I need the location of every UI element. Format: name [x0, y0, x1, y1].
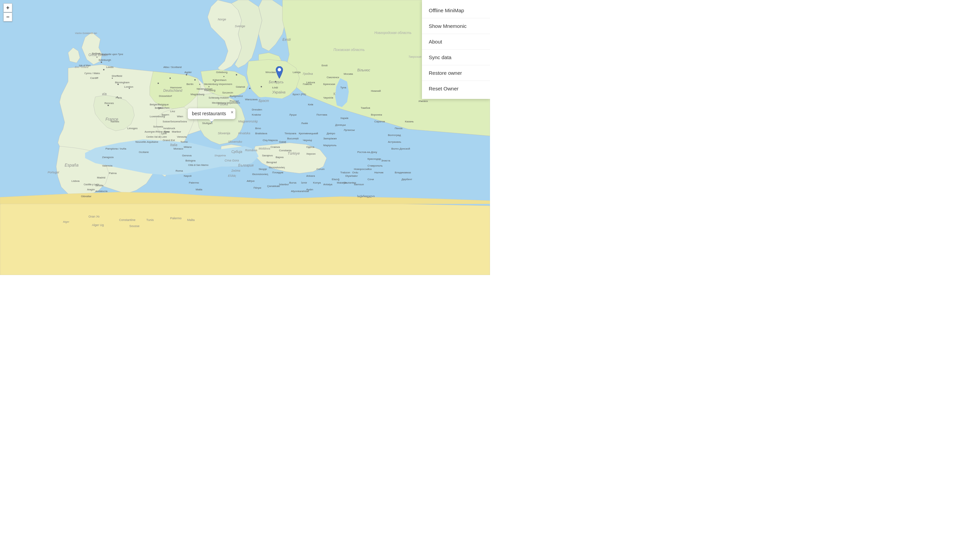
- svg-text:България: България: [238, 163, 254, 167]
- svg-text:Napoli: Napoli: [184, 174, 192, 178]
- svg-text:Città di San Marino: Città di San Marino: [188, 164, 208, 166]
- svg-text:Lisboa: Lisboa: [72, 179, 80, 182]
- svg-point-40: [103, 69, 105, 70]
- svg-text:Innsbruck: Innsbruck: [163, 127, 176, 130]
- svg-text:Madrid: Madrid: [97, 176, 105, 179]
- svg-text:Sarajevo: Sarajevo: [262, 154, 273, 157]
- svg-text:Elazığ: Elazığ: [332, 178, 339, 181]
- svg-text:Волгоград: Волгоград: [388, 133, 401, 137]
- svg-text:Астрахань: Астрахань: [388, 140, 401, 143]
- menu-item-restore-owner[interactable]: Restore owner: [422, 65, 490, 81]
- menu-item-reset-owner[interactable]: Reset Owner: [422, 81, 490, 96]
- svg-text:Galați: Galați: [279, 140, 286, 143]
- svg-text:Schweiz: Schweiz: [153, 125, 163, 128]
- svg-text:Bydgoszcz: Bydgoszcz: [230, 95, 243, 98]
- svg-text:Україна: Україна: [272, 90, 285, 94]
- svg-text:Brno: Brno: [255, 127, 261, 130]
- svg-text:Warszawa: Warszawa: [245, 98, 258, 101]
- menu-item-show-mnemonic[interactable]: Show Mnemonic: [422, 18, 490, 34]
- svg-text:Portugal: Portugal: [48, 171, 60, 174]
- map-svg: Great Britain Éire / Ireland Norge Sveri…: [0, 0, 490, 275]
- svg-text:Gibraltar: Gibraltar: [81, 195, 92, 198]
- svg-text:Torino: Torino: [180, 140, 188, 143]
- svg-text:Limoges: Limoges: [127, 127, 137, 130]
- svg-text:Sverige: Sverige: [235, 24, 245, 28]
- zoom-out-button[interactable]: −: [3, 13, 12, 21]
- svg-text:Crna Gora: Crna Gora: [224, 159, 239, 162]
- svg-text:Konya: Konya: [313, 181, 321, 184]
- svg-text:Ставрополь: Ставрополь: [368, 164, 382, 167]
- svg-text:Одеса: Одеса: [306, 146, 314, 149]
- map-pin-poland[interactable]: [275, 66, 284, 79]
- svg-text:Göteborg: Göteborg: [216, 71, 227, 74]
- menu-item-sync-data[interactable]: Sync data: [422, 50, 490, 65]
- svg-text:România: România: [245, 149, 257, 152]
- menu-item-offline-minimap[interactable]: Offline MiniMap: [422, 3, 490, 18]
- svg-text:Bratislava: Bratislava: [255, 132, 267, 135]
- zoom-controls: + −: [3, 3, 12, 21]
- svg-text:Запоріжжя: Запоріжжя: [323, 137, 337, 140]
- svg-text:Alger: Alger: [63, 220, 69, 223]
- svg-text:Луцьк: Луцьк: [289, 113, 297, 116]
- svg-text:Псковская область: Псковская область: [334, 48, 365, 52]
- popup-close-button[interactable]: ×: [231, 109, 234, 115]
- svg-text:Milano: Milano: [184, 146, 192, 149]
- svg-text:Брэст: Брэст: [259, 99, 269, 103]
- svg-text:Черніці: Черніці: [303, 139, 312, 142]
- svg-text:Луганськ: Луганськ: [344, 128, 355, 132]
- svg-text:Antalya: Antalya: [323, 183, 332, 186]
- svg-text:Харків: Харків: [340, 117, 348, 120]
- svg-text:Aragón: Aragón: [87, 188, 95, 191]
- svg-text:Cardiff: Cardiff: [90, 76, 98, 79]
- svg-text:Deutschland: Deutschland: [163, 89, 182, 92]
- svg-text:Ankara: Ankara: [306, 174, 315, 178]
- svg-text:Constanța: Constanța: [279, 149, 292, 152]
- svg-text:Monaco: Monaco: [173, 147, 183, 150]
- svg-text:Гомель: Гомель: [303, 82, 312, 86]
- svg-text:Dresden: Dresden: [252, 108, 262, 111]
- svg-text:საქართველო: საქართველო: [357, 195, 375, 198]
- svg-point-46: [158, 82, 159, 84]
- svg-text:Ordu: Ordu: [352, 171, 358, 174]
- svg-text:Варна: Варна: [275, 156, 284, 159]
- svg-text:Venezia: Venezia: [177, 135, 187, 138]
- svg-text:Смоленск: Смоленск: [327, 76, 339, 79]
- svg-point-226: [278, 68, 281, 71]
- svg-text:Trabzon: Trabzon: [340, 171, 350, 174]
- svg-text:Valencia: Valencia: [102, 164, 113, 167]
- svg-text:Кропивницький: Кропивницький: [299, 132, 318, 135]
- menu-item-about[interactable]: About: [422, 34, 490, 50]
- svg-text:Херсон: Херсон: [306, 152, 315, 155]
- svg-text:Düsseldorf: Düsseldorf: [159, 95, 172, 98]
- svg-text:Edinburgh: Edinburgh: [99, 59, 111, 62]
- svg-text:Grand Est: Grand Est: [163, 139, 175, 142]
- svg-text:Пловдив: Пловдив: [272, 171, 283, 174]
- svg-text:Centre-Val de Loire: Centre-Val de Loire: [146, 136, 167, 138]
- svg-text:Magdeburg: Magdeburg: [191, 93, 204, 96]
- svg-text:Linz: Linz: [170, 110, 175, 113]
- svg-text:Sheffield: Sheffield: [111, 74, 122, 78]
- svg-text:Cymru / Wales: Cymru / Wales: [84, 72, 100, 75]
- svg-text:Moldova: Moldova: [259, 147, 270, 150]
- svg-point-48: [186, 74, 187, 76]
- svg-text:Kraków: Kraków: [252, 113, 261, 116]
- svg-text:Маріуполь: Маріуполь: [323, 144, 337, 147]
- svg-point-56: [261, 86, 262, 87]
- svg-text:Birmingham: Birmingham: [115, 81, 130, 84]
- svg-text:Πάτρα: Πάτρα: [253, 186, 261, 189]
- svg-text:İzmir: İzmir: [301, 181, 307, 184]
- svg-text:Тверская: Тверская: [408, 55, 421, 59]
- svg-text:Казань: Казань: [405, 120, 414, 123]
- svg-text:Ελλάς: Ελλάς: [228, 174, 237, 178]
- svg-text:Київ: Київ: [308, 103, 313, 106]
- svg-text:Αθήνα: Αθήνα: [247, 179, 255, 182]
- map-container[interactable]: Great Britain Éire / Ireland Norge Sveri…: [0, 0, 490, 275]
- svg-text:Alger Ug: Alger Ug: [92, 223, 104, 227]
- svg-text:Cluj-Napoca: Cluj-Napoca: [263, 139, 278, 142]
- svg-text:Москва: Москва: [344, 72, 353, 76]
- zoom-in-button[interactable]: +: [3, 3, 12, 12]
- svg-text:Suisse/Svizzera/Svizra: Suisse/Svizzera/Svizra: [163, 120, 187, 123]
- svg-text:Саратов: Саратов: [374, 120, 385, 123]
- svg-text:Malta: Malta: [196, 188, 202, 191]
- svg-text:Нижний: Нижний: [371, 89, 381, 92]
